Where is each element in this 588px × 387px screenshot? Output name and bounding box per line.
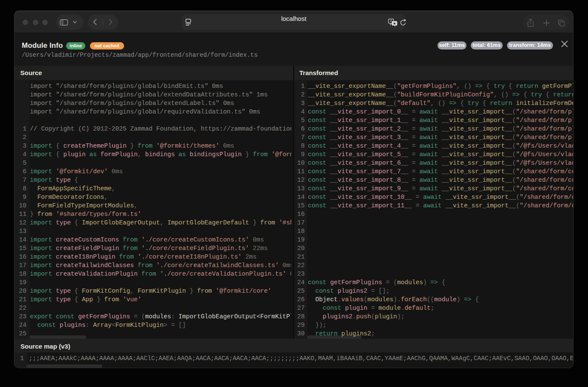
svg-text:★: ★ — [393, 21, 396, 26]
